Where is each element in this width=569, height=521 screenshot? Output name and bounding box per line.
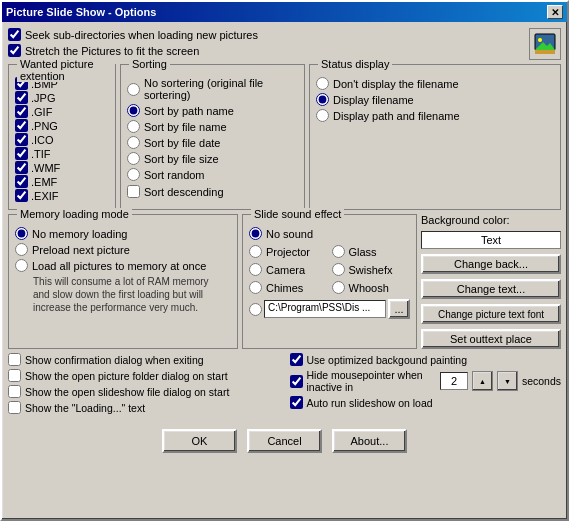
bottom-left-check-label: Show confirmation dialog when exiting bbox=[25, 354, 204, 366]
bottom-left-checkbox[interactable] bbox=[8, 353, 21, 366]
sort-label: Sort by file name bbox=[144, 121, 227, 133]
sound-radio2[interactable] bbox=[332, 263, 345, 276]
text-preview: Text bbox=[421, 231, 561, 249]
spinner-up-button[interactable]: ▲ bbox=[472, 371, 493, 391]
seek-sub-label: Seek sub-directories when loading new pi… bbox=[25, 29, 258, 41]
sort-radio[interactable] bbox=[127, 152, 140, 165]
ext-checkbox[interactable] bbox=[15, 91, 28, 104]
sort-desc-label: Sort descending bbox=[144, 186, 224, 198]
memory-radio[interactable] bbox=[15, 227, 28, 240]
bottom-left-col: Show confirmation dialog when exitingSho… bbox=[8, 353, 280, 417]
change-text-button[interactable]: Change text... bbox=[421, 279, 561, 299]
stretch-checkbox[interactable] bbox=[8, 44, 21, 57]
sort-radio-item: Sort by file size bbox=[127, 152, 298, 165]
ext-item: .EXIF bbox=[15, 189, 109, 202]
bg-label: Background color: bbox=[421, 214, 561, 226]
sound-radio-item: Projector bbox=[249, 245, 328, 258]
ext-checkbox[interactable] bbox=[15, 161, 28, 174]
sound-radio[interactable] bbox=[249, 281, 262, 294]
sound-radio[interactable] bbox=[249, 263, 262, 276]
sort-desc-checkbox[interactable] bbox=[127, 185, 140, 198]
sound-radio-item2 bbox=[332, 227, 411, 240]
sound-radio2[interactable] bbox=[332, 281, 345, 294]
ext-checkbox[interactable] bbox=[15, 105, 28, 118]
bottom-right-check-label: Use optimized backgound painting bbox=[307, 354, 468, 366]
bottom-right-check-row: Auto run slideshow on load bbox=[290, 396, 562, 409]
sort-radio-item: Sort by file name bbox=[127, 120, 298, 133]
change-back-button[interactable]: Change back... bbox=[421, 254, 561, 274]
stretch-row: Stretch the Pictures to fit the screen bbox=[8, 44, 258, 57]
ok-button[interactable]: OK bbox=[162, 429, 237, 453]
status-label: Display path and filename bbox=[333, 110, 460, 122]
sound-radio[interactable] bbox=[249, 227, 262, 240]
seconds-spinner-input[interactable] bbox=[440, 372, 468, 390]
bottom-right-check-label: Auto run slideshow on load bbox=[307, 397, 433, 409]
spinner-down-button[interactable]: ▼ bbox=[497, 371, 518, 391]
bottom-right-checkbox[interactable] bbox=[290, 396, 303, 409]
about-button[interactable]: About... bbox=[332, 429, 407, 453]
ext-checkbox[interactable] bbox=[15, 175, 28, 188]
ext-label: .PNG bbox=[31, 120, 58, 132]
bottom-left-checkbox[interactable] bbox=[8, 369, 21, 382]
sort-radio[interactable] bbox=[127, 120, 140, 133]
status-radio[interactable] bbox=[316, 93, 329, 106]
memory-radio-item: No memory loading bbox=[15, 227, 231, 240]
status-radio[interactable] bbox=[316, 77, 329, 90]
sound-path-input[interactable]: C:\Program\PSS\Dis ... bbox=[264, 300, 386, 318]
memory-label: No memory loading bbox=[32, 228, 127, 240]
status-label: Display filename bbox=[333, 94, 414, 106]
memory-radio[interactable] bbox=[15, 243, 28, 256]
ext-item: .TIF bbox=[15, 147, 109, 160]
sound-custom-radio[interactable] bbox=[249, 303, 262, 316]
close-button[interactable]: ✕ bbox=[547, 5, 563, 19]
sound-path-row: C:\Program\PSS\Dis ... ... bbox=[249, 299, 410, 319]
status-radio[interactable] bbox=[316, 109, 329, 122]
sound-radio[interactable] bbox=[249, 245, 262, 258]
bottom-left-check-row: Show confirmation dialog when exiting bbox=[8, 353, 280, 366]
sound-browse-button[interactable]: ... bbox=[388, 299, 410, 319]
set-outtext-place-button[interactable]: Set outtext place bbox=[421, 329, 561, 349]
sort-desc-checkbox-row: Sort descending bbox=[127, 185, 298, 198]
bottom-right-check-label: Hide mousepointer when inactive in bbox=[307, 369, 437, 393]
bottom-left-check-row: Show the "Loading..." text bbox=[8, 401, 280, 414]
sort-radio[interactable] bbox=[127, 168, 140, 181]
sort-radio-item: Sort by path name bbox=[127, 104, 298, 117]
ext-checkbox[interactable] bbox=[15, 119, 28, 132]
status-list: Don't display the filenameDisplay filena… bbox=[316, 77, 554, 122]
sound-label: Slide sound effect bbox=[251, 208, 344, 220]
bottom-left-checkbox[interactable] bbox=[8, 401, 21, 414]
bottom-right-checkbox[interactable] bbox=[290, 353, 303, 366]
sort-radio[interactable] bbox=[127, 83, 140, 96]
bottom-section: Show confirmation dialog when exitingSho… bbox=[8, 353, 561, 417]
sorting-label: Sorting bbox=[129, 58, 170, 70]
bottom-left-check-label: Show the open slideshow file dialog on s… bbox=[25, 386, 229, 398]
sound-label2: Glass bbox=[349, 246, 377, 258]
extensions-group: Wanted picture extention .BMP.JPG.GIF.PN… bbox=[8, 64, 116, 210]
bottom-right-checkbox[interactable] bbox=[290, 375, 303, 388]
extensions-list: .BMP.JPG.GIF.PNG.ICO.TIF.WMF.EMF.EXIF bbox=[15, 77, 109, 202]
ext-checkbox[interactable] bbox=[15, 147, 28, 160]
bottom-right-checks: Use optimized backgound paintingHide mou… bbox=[290, 353, 562, 412]
sound-list: No soundProjectorGlassCameraSwishefxChim… bbox=[249, 227, 410, 297]
memory-radio[interactable] bbox=[15, 259, 28, 272]
sound-label: No sound bbox=[266, 228, 313, 240]
bottom-left-checks: Show confirmation dialog when exitingSho… bbox=[8, 353, 280, 417]
sorting-group: Sorting No sortering (original file sort… bbox=[120, 64, 305, 210]
bottom-left-checkbox[interactable] bbox=[8, 385, 21, 398]
bottom-left-check-row: Show the open picture folder dialog on s… bbox=[8, 369, 280, 382]
change-picture-text-font-button[interactable]: Change picture text font bbox=[421, 304, 561, 324]
memory-group: Memory loading mode No memory loadingPre… bbox=[8, 214, 238, 349]
sort-label: Sort by file date bbox=[144, 137, 220, 149]
sound-radio2[interactable] bbox=[332, 245, 345, 258]
sort-radio[interactable] bbox=[127, 104, 140, 117]
cancel-button[interactable]: Cancel bbox=[247, 429, 322, 453]
bottom-right-check-row: Use optimized backgound painting bbox=[290, 353, 562, 366]
ext-checkbox[interactable] bbox=[15, 133, 28, 146]
sort-radio[interactable] bbox=[127, 136, 140, 149]
ext-checkbox[interactable] bbox=[15, 189, 28, 202]
seek-sub-checkbox[interactable] bbox=[8, 28, 21, 41]
sort-label: No sortering (original file sortering) bbox=[144, 77, 298, 101]
app-icon bbox=[529, 28, 561, 60]
main-window: Picture Slide Show - Options ✕ Seek sub-… bbox=[0, 0, 569, 521]
sorting-list: No sortering (original file sortering)So… bbox=[127, 77, 298, 181]
